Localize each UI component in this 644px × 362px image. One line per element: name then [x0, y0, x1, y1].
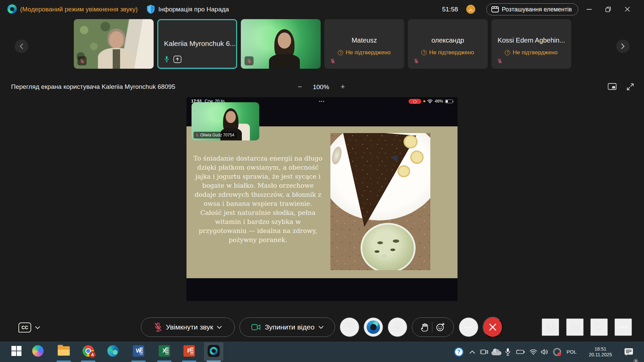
chevron-down-icon	[319, 326, 323, 329]
window-restore-button[interactable]	[600, 0, 616, 18]
participant-tile-mateusz[interactable]: Mateusz ? Не підтверджено	[324, 19, 404, 69]
participant-figure	[267, 29, 302, 69]
presentation-slide: Oliwia Gudz 70754 To śniadanie dostarcza…	[186, 126, 458, 278]
start-button[interactable]	[7, 342, 26, 360]
closed-captions-button[interactable]: CC	[18, 322, 40, 333]
unmute-button[interactable]: Увімкнути звук	[141, 317, 235, 337]
picture-in-picture-button[interactable]	[608, 83, 616, 90]
taskbar-powerpoint[interactable]: P	[180, 342, 199, 360]
webex-logo-icon	[7, 4, 17, 14]
excel-icon: X	[159, 345, 170, 357]
presenter-name: Oliwia Gudz 70754	[200, 133, 234, 137]
question-icon: ?	[421, 50, 427, 55]
taskbar-edge[interactable]	[104, 342, 122, 360]
tray-onedrive-icon[interactable]	[491, 342, 502, 362]
presenter-self-view: Oliwia Gudz 70754	[192, 102, 259, 140]
more-options-button[interactable]: ···	[459, 317, 478, 337]
unverified-label: Не підтверджено	[345, 49, 390, 56]
meeting-controls-toolbar: CC Увімкнути звук Зупинити відео ···	[0, 315, 644, 342]
layout-button[interactable]: Розташування елементів	[486, 3, 578, 15]
tray-camera-in-use-icon[interactable]	[479, 342, 490, 362]
running-indicator	[57, 361, 71, 362]
more-panels-button[interactable]: ···	[614, 318, 632, 336]
windows-logo-icon	[11, 346, 21, 356]
meeting-info-button[interactable]: Інформація про Нарада	[158, 0, 229, 18]
running-indicator	[131, 361, 146, 362]
zoom-level-value: 100%	[310, 83, 332, 91]
security-shield-icon[interactable]	[147, 5, 155, 14]
language-indicator[interactable]: POL	[564, 342, 579, 362]
connection-quality-icon[interactable]	[466, 5, 475, 14]
unverified-status: ? Не підтверджено	[408, 49, 488, 56]
muted-mic-icon	[195, 133, 199, 137]
cc-icon: CC	[18, 322, 31, 333]
record-button[interactable]	[388, 317, 407, 337]
stop-video-label: Зупинити відео	[265, 323, 314, 331]
zoom-in-button[interactable]: +	[337, 82, 348, 93]
stop-video-button[interactable]: Зупинити відео	[239, 317, 335, 337]
participant-tile-kossi[interactable]: Kossi Edem Agbehin... ? Не підтверджено	[491, 19, 571, 69]
leave-meeting-button[interactable]	[483, 317, 503, 338]
avast-badge-icon: A	[89, 351, 96, 358]
close-x-icon	[489, 323, 496, 331]
participant-tile-oleksandr[interactable]: олександр ? Не підтверджено	[408, 19, 488, 69]
banana-slice	[397, 165, 410, 177]
folder-icon	[58, 346, 70, 356]
tray-show-hidden-icons[interactable]	[468, 342, 477, 362]
chat-panel-button[interactable]	[590, 318, 608, 336]
webex-app-icon	[208, 345, 220, 357]
taskbar-word[interactable]: W	[129, 342, 148, 360]
question-icon: ?	[505, 50, 510, 55]
tray-microphone-icon[interactable]	[503, 342, 513, 362]
reactions-button[interactable]	[436, 322, 445, 332]
muted-mic-badge	[245, 56, 254, 65]
muted-mic-badge	[77, 56, 87, 65]
ellipsis-icon: ···	[619, 324, 628, 330]
taskbar-file-explorer[interactable]	[54, 342, 73, 360]
filmstrip-prev-button[interactable]	[15, 40, 28, 53]
mic-on-icon	[164, 55, 170, 64]
raise-hand-button[interactable]	[421, 322, 429, 332]
apps-panel-button[interactable]	[542, 318, 559, 336]
participants-panel-button[interactable]	[566, 318, 584, 336]
webex-app-button[interactable]	[364, 317, 383, 337]
unverified-status: ? Не підтверджено	[491, 49, 571, 56]
word-icon: W	[133, 345, 144, 357]
participant-tile-3-video[interactable]	[241, 19, 321, 69]
participant-tile-kaleriia-active[interactable]: Kaleriia Myronchuk 6...	[157, 19, 237, 69]
taskbar-webex[interactable]	[204, 342, 223, 360]
share-screen-button[interactable]	[340, 317, 359, 337]
taskbar-clock[interactable]: 18:51 20.11.2025	[584, 342, 617, 362]
muted-mic-badge	[495, 56, 504, 65]
unverified-label: Не підтверджено	[429, 49, 474, 56]
tray-battery-icon[interactable]	[514, 342, 526, 362]
tray-volume-icon[interactable]	[539, 342, 550, 362]
shared-screen-content: 17:51 Czw. 20 lis ••• 46%	[186, 97, 458, 301]
ellipsis-icon: ···	[464, 324, 473, 330]
blueberry	[393, 155, 398, 161]
banana-slice	[404, 135, 418, 148]
taskbar-copilot[interactable]	[29, 342, 47, 360]
banana-slice	[410, 150, 424, 164]
moderated-mode-label: (Модерований режим увімкнення звуку)	[20, 0, 138, 18]
powerpoint-icon: P	[183, 345, 195, 357]
tea-leaves	[368, 231, 408, 265]
filmstrip-next-button[interactable]	[616, 40, 630, 53]
unverified-status: ? Не підтверджено	[324, 49, 404, 56]
running-indicator	[81, 361, 95, 362]
window-close-button[interactable]	[620, 0, 635, 18]
notification-center-button[interactable]: 2	[621, 342, 636, 362]
tray-wifi-icon[interactable]	[528, 342, 539, 362]
taskbar-excel[interactable]: X	[155, 342, 174, 360]
zoom-out-button[interactable]: −	[294, 82, 305, 93]
participant-figure	[98, 28, 135, 69]
participant-name: Kossi Edem Agbehin...	[491, 37, 571, 44]
fullscreen-expand-button[interactable]	[627, 83, 634, 90]
participant-tile-1-video[interactable]	[74, 19, 154, 69]
tray-help-icon[interactable]: ?	[453, 342, 465, 362]
taskbar-chrome[interactable]: A	[79, 342, 98, 360]
windows-taskbar: A W X P ? POL	[0, 342, 644, 362]
breakfast-photo	[330, 133, 430, 270]
tray-screen-recorder-icon[interactable]	[551, 342, 563, 362]
window-minimize-button[interactable]	[581, 0, 597, 18]
